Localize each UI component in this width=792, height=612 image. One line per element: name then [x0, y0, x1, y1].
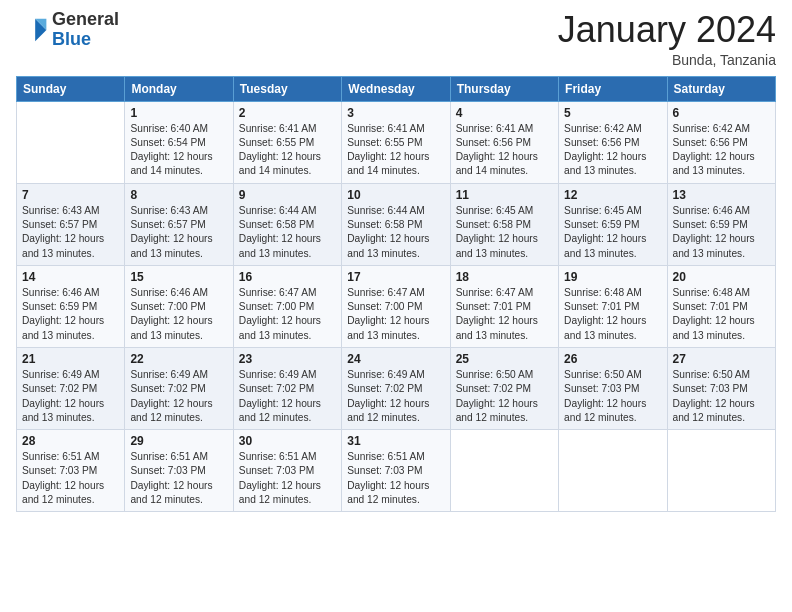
table-row: 3Sunrise: 6:41 AMSunset: 6:55 PMDaylight… [342, 101, 450, 183]
day-number: 12 [564, 188, 661, 202]
col-sunday: Sunday [17, 76, 125, 101]
table-row: 21Sunrise: 6:49 AMSunset: 7:02 PMDayligh… [17, 347, 125, 429]
day-number: 13 [673, 188, 770, 202]
day-number: 15 [130, 270, 227, 284]
table-row: 27Sunrise: 6:50 AMSunset: 7:03 PMDayligh… [667, 347, 775, 429]
table-row: 29Sunrise: 6:51 AMSunset: 7:03 PMDayligh… [125, 430, 233, 512]
calendar-week-row: 1Sunrise: 6:40 AMSunset: 6:54 PMDaylight… [17, 101, 776, 183]
logo-icon [16, 14, 48, 46]
table-row [450, 430, 558, 512]
table-row: 9Sunrise: 6:44 AMSunset: 6:58 PMDaylight… [233, 183, 341, 265]
day-number: 27 [673, 352, 770, 366]
day-number: 19 [564, 270, 661, 284]
table-row: 7Sunrise: 6:43 AMSunset: 6:57 PMDaylight… [17, 183, 125, 265]
calendar-header-row: Sunday Monday Tuesday Wednesday Thursday… [17, 76, 776, 101]
day-number: 21 [22, 352, 119, 366]
cell-info: Sunrise: 6:40 AMSunset: 6:54 PMDaylight:… [130, 122, 227, 179]
day-number: 5 [564, 106, 661, 120]
day-number: 3 [347, 106, 444, 120]
col-monday: Monday [125, 76, 233, 101]
table-row: 11Sunrise: 6:45 AMSunset: 6:58 PMDayligh… [450, 183, 558, 265]
day-number: 11 [456, 188, 553, 202]
cell-info: Sunrise: 6:48 AMSunset: 7:01 PMDaylight:… [673, 286, 770, 343]
cell-info: Sunrise: 6:41 AMSunset: 6:56 PMDaylight:… [456, 122, 553, 179]
table-row: 20Sunrise: 6:48 AMSunset: 7:01 PMDayligh… [667, 265, 775, 347]
table-row: 23Sunrise: 6:49 AMSunset: 7:02 PMDayligh… [233, 347, 341, 429]
logo: General Blue [16, 10, 119, 50]
day-number: 2 [239, 106, 336, 120]
cell-info: Sunrise: 6:51 AMSunset: 7:03 PMDaylight:… [347, 450, 444, 507]
cell-info: Sunrise: 6:46 AMSunset: 6:59 PMDaylight:… [673, 204, 770, 261]
calendar-week-row: 7Sunrise: 6:43 AMSunset: 6:57 PMDaylight… [17, 183, 776, 265]
cell-info: Sunrise: 6:43 AMSunset: 6:57 PMDaylight:… [130, 204, 227, 261]
col-friday: Friday [559, 76, 667, 101]
cell-info: Sunrise: 6:45 AMSunset: 6:58 PMDaylight:… [456, 204, 553, 261]
cell-info: Sunrise: 6:49 AMSunset: 7:02 PMDaylight:… [347, 368, 444, 425]
table-row: 13Sunrise: 6:46 AMSunset: 6:59 PMDayligh… [667, 183, 775, 265]
table-row: 6Sunrise: 6:42 AMSunset: 6:56 PMDaylight… [667, 101, 775, 183]
cell-info: Sunrise: 6:51 AMSunset: 7:03 PMDaylight:… [22, 450, 119, 507]
logo-text: General Blue [52, 10, 119, 50]
header: General Blue January 2024 Bunda, Tanzani… [16, 10, 776, 68]
cell-info: Sunrise: 6:51 AMSunset: 7:03 PMDaylight:… [239, 450, 336, 507]
day-number: 29 [130, 434, 227, 448]
day-number: 4 [456, 106, 553, 120]
table-row [559, 430, 667, 512]
month-title: January 2024 [558, 10, 776, 50]
day-number: 7 [22, 188, 119, 202]
col-wednesday: Wednesday [342, 76, 450, 101]
cell-info: Sunrise: 6:47 AMSunset: 7:00 PMDaylight:… [239, 286, 336, 343]
cell-info: Sunrise: 6:50 AMSunset: 7:03 PMDaylight:… [564, 368, 661, 425]
table-row: 14Sunrise: 6:46 AMSunset: 6:59 PMDayligh… [17, 265, 125, 347]
day-number: 1 [130, 106, 227, 120]
day-number: 22 [130, 352, 227, 366]
cell-info: Sunrise: 6:46 AMSunset: 6:59 PMDaylight:… [22, 286, 119, 343]
cell-info: Sunrise: 6:50 AMSunset: 7:02 PMDaylight:… [456, 368, 553, 425]
day-number: 9 [239, 188, 336, 202]
cell-info: Sunrise: 6:46 AMSunset: 7:00 PMDaylight:… [130, 286, 227, 343]
day-number: 14 [22, 270, 119, 284]
cell-info: Sunrise: 6:50 AMSunset: 7:03 PMDaylight:… [673, 368, 770, 425]
calendar-week-row: 28Sunrise: 6:51 AMSunset: 7:03 PMDayligh… [17, 430, 776, 512]
calendar-table: Sunday Monday Tuesday Wednesday Thursday… [16, 76, 776, 513]
table-row: 8Sunrise: 6:43 AMSunset: 6:57 PMDaylight… [125, 183, 233, 265]
location: Bunda, Tanzania [558, 52, 776, 68]
table-row: 4Sunrise: 6:41 AMSunset: 6:56 PMDaylight… [450, 101, 558, 183]
table-row: 28Sunrise: 6:51 AMSunset: 7:03 PMDayligh… [17, 430, 125, 512]
cell-info: Sunrise: 6:47 AMSunset: 7:01 PMDaylight:… [456, 286, 553, 343]
col-saturday: Saturday [667, 76, 775, 101]
day-number: 8 [130, 188, 227, 202]
day-number: 6 [673, 106, 770, 120]
day-number: 10 [347, 188, 444, 202]
day-number: 23 [239, 352, 336, 366]
col-tuesday: Tuesday [233, 76, 341, 101]
day-number: 25 [456, 352, 553, 366]
day-number: 20 [673, 270, 770, 284]
table-row: 17Sunrise: 6:47 AMSunset: 7:00 PMDayligh… [342, 265, 450, 347]
table-row: 26Sunrise: 6:50 AMSunset: 7:03 PMDayligh… [559, 347, 667, 429]
table-row: 12Sunrise: 6:45 AMSunset: 6:59 PMDayligh… [559, 183, 667, 265]
table-row: 31Sunrise: 6:51 AMSunset: 7:03 PMDayligh… [342, 430, 450, 512]
table-row [667, 430, 775, 512]
cell-info: Sunrise: 6:43 AMSunset: 6:57 PMDaylight:… [22, 204, 119, 261]
page: General Blue January 2024 Bunda, Tanzani… [0, 0, 792, 612]
table-row: 2Sunrise: 6:41 AMSunset: 6:55 PMDaylight… [233, 101, 341, 183]
table-row: 24Sunrise: 6:49 AMSunset: 7:02 PMDayligh… [342, 347, 450, 429]
table-row: 5Sunrise: 6:42 AMSunset: 6:56 PMDaylight… [559, 101, 667, 183]
day-number: 16 [239, 270, 336, 284]
table-row: 10Sunrise: 6:44 AMSunset: 6:58 PMDayligh… [342, 183, 450, 265]
day-number: 28 [22, 434, 119, 448]
cell-info: Sunrise: 6:49 AMSunset: 7:02 PMDaylight:… [239, 368, 336, 425]
col-thursday: Thursday [450, 76, 558, 101]
cell-info: Sunrise: 6:44 AMSunset: 6:58 PMDaylight:… [347, 204, 444, 261]
calendar-week-row: 14Sunrise: 6:46 AMSunset: 6:59 PMDayligh… [17, 265, 776, 347]
table-row: 15Sunrise: 6:46 AMSunset: 7:00 PMDayligh… [125, 265, 233, 347]
cell-info: Sunrise: 6:49 AMSunset: 7:02 PMDaylight:… [22, 368, 119, 425]
day-number: 17 [347, 270, 444, 284]
cell-info: Sunrise: 6:45 AMSunset: 6:59 PMDaylight:… [564, 204, 661, 261]
day-number: 26 [564, 352, 661, 366]
table-row: 16Sunrise: 6:47 AMSunset: 7:00 PMDayligh… [233, 265, 341, 347]
table-row: 30Sunrise: 6:51 AMSunset: 7:03 PMDayligh… [233, 430, 341, 512]
cell-info: Sunrise: 6:44 AMSunset: 6:58 PMDaylight:… [239, 204, 336, 261]
cell-info: Sunrise: 6:47 AMSunset: 7:00 PMDaylight:… [347, 286, 444, 343]
